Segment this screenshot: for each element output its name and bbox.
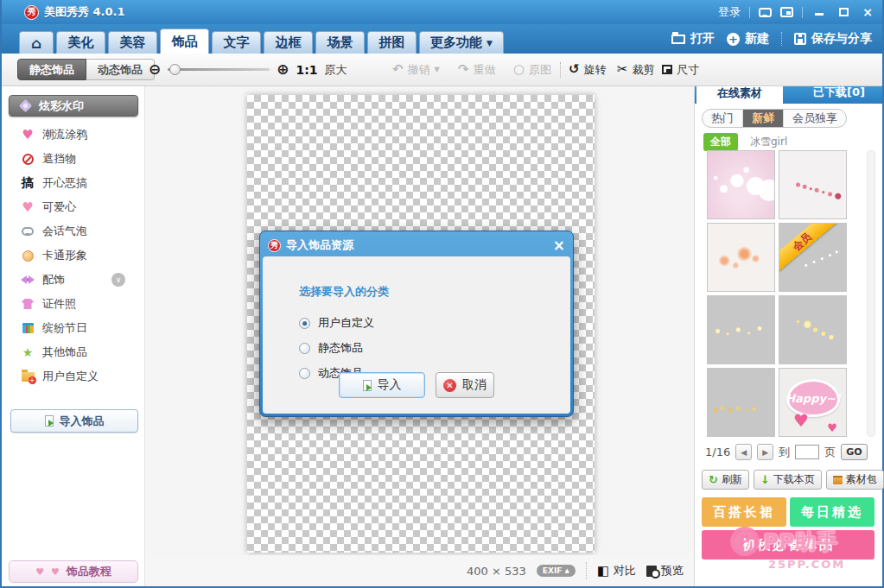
sidebar-item-funny-prank[interactable]: 搞 开心恶搞 xyxy=(2,171,144,195)
undo-button[interactable]: ↶ 撤销 ▼ xyxy=(392,59,440,80)
material-thumbnail-pink-dots[interactable] xyxy=(779,150,847,219)
save-share-label: 保存与分享 xyxy=(811,31,872,47)
zoom-ratio[interactable]: 1:1 xyxy=(296,63,318,77)
feedback-icon[interactable] xyxy=(759,8,772,17)
zoom-ratio-label[interactable]: 原大 xyxy=(325,62,347,78)
gao-character-icon: 搞 xyxy=(21,175,35,191)
tab-border[interactable]: 边框 xyxy=(264,31,313,54)
heart-icon: ♥ xyxy=(793,410,809,431)
sidebar-item-user-custom[interactable]: 用户自定义 xyxy=(2,364,144,389)
radio-icon[interactable] xyxy=(299,343,310,354)
tab-more-features[interactable]: 更多功能 ▼ xyxy=(419,31,504,54)
refresh-label: 刷新 xyxy=(722,472,742,487)
panel-scrollbar[interactable] xyxy=(867,150,875,437)
close-button[interactable]: × xyxy=(860,4,875,20)
exif-badge[interactable]: EXIF ▲ xyxy=(537,565,576,577)
download-arrow-icon: ↓ xyxy=(760,473,770,486)
resize-button[interactable]: 尺寸 xyxy=(662,59,699,80)
login-link[interactable]: 登录 xyxy=(718,4,741,20)
zoom-in-icon[interactable]: ⊕ xyxy=(277,62,289,77)
static-accessories-tab[interactable]: 静态饰品 xyxy=(17,59,86,80)
radio-static-accessories[interactable]: 静态饰品 xyxy=(299,340,363,356)
material-thumbnail-happy-bubble[interactable]: Happy~! ♥ ♥ xyxy=(779,368,847,437)
expand-chevron-icon[interactable]: ∨ xyxy=(111,273,125,287)
redo-button[interactable]: ↷ 重做 xyxy=(458,59,496,80)
material-thumbnail-gold-script[interactable] xyxy=(707,368,775,437)
dialog-cancel-button[interactable]: ✕ 取消 xyxy=(436,372,494,398)
tab-scene[interactable]: 场景 xyxy=(315,31,365,54)
sidebar-item-cute-hearts[interactable]: ♥ 可爱心 xyxy=(2,195,144,219)
original-image-button[interactable]: ○ 原图 xyxy=(513,59,551,80)
crop-button[interactable]: ✂ 裁剪 xyxy=(617,59,655,80)
banner-daily-picks[interactable]: 每日精选 xyxy=(790,497,874,527)
sidebar-item-blocker[interactable]: 遮挡物 xyxy=(2,147,144,171)
minimize-button[interactable] xyxy=(811,4,827,20)
subtab-hot[interactable]: 热门 xyxy=(703,110,743,127)
material-thumbnail-sparkle-trail[interactable] xyxy=(779,295,847,364)
tray-icon[interactable] xyxy=(780,7,793,17)
banner-versatile-dress[interactable]: 百搭长裙 xyxy=(702,497,786,527)
filter-collection-name[interactable]: 冰雪girl xyxy=(750,135,787,149)
more-features-label: 更多功能 xyxy=(430,35,482,51)
tab-accessories[interactable]: 饰品 xyxy=(160,28,209,54)
cancel-x-icon: ✕ xyxy=(443,379,456,392)
next-page-button[interactable]: ▶ xyxy=(757,444,773,460)
filter-all-badge[interactable]: 全部 xyxy=(703,133,738,151)
tab-collage[interactable]: 拼图 xyxy=(367,31,417,54)
subtab-new[interactable]: 新鲜 xyxy=(743,110,784,127)
compare-icon: ◧ xyxy=(597,565,609,578)
zoom-slider-handle[interactable] xyxy=(169,64,181,75)
zoom-slider[interactable] xyxy=(168,68,270,71)
sidebar-item-trendy-graffiti[interactable]: ♥ 潮流涂鸦 xyxy=(2,123,144,147)
page-number-input[interactable] xyxy=(795,445,819,459)
material-thumbnail-gold-dots[interactable] xyxy=(707,295,775,364)
import-page-icon xyxy=(363,380,372,391)
radio-user-custom[interactable]: 用户自定义 xyxy=(299,315,374,331)
dialog-title-bar[interactable]: 秀 导入饰品资源 × xyxy=(263,234,570,256)
dialog-close-button[interactable]: × xyxy=(553,238,565,253)
material-thumbnail-orange-glow[interactable] xyxy=(707,223,775,292)
paw-hearts-icon: ♥ ♥ xyxy=(35,566,61,578)
accessory-tutorial-button[interactable]: ♥ ♥ 饰品教程 xyxy=(9,560,138,583)
refresh-button[interactable]: ↻ 刷新 xyxy=(702,470,749,490)
sidebar-item-speech-bubbles[interactable]: 会话气泡 xyxy=(2,219,144,243)
sidebar-item-cartoon-characters[interactable]: 卡通形象 xyxy=(2,243,144,268)
material-pack-button[interactable]: 素材包 xyxy=(826,470,884,490)
sidebar-item-id-photo[interactable]: 证件照 xyxy=(2,292,144,316)
material-thumbnail-pink-bokeh[interactable] xyxy=(707,150,775,219)
go-button[interactable]: GO xyxy=(841,444,867,460)
crop-icon: ✂ xyxy=(617,63,628,76)
sidebar-item-festivals[interactable]: 缤纷节日 xyxy=(2,316,144,340)
dynamic-accessories-tab[interactable]: 动态饰品 xyxy=(86,59,155,80)
sidebar-item-label: 卡通形象 xyxy=(42,248,87,263)
save-share-button[interactable]: 保存与分享 xyxy=(794,31,872,47)
download-page-button[interactable]: ↓ 下载本页 xyxy=(754,470,822,490)
sidebar-item-colorful-watermark[interactable]: 炫彩水印 xyxy=(9,95,138,117)
tab-text[interactable]: 文字 xyxy=(212,31,261,54)
open-button[interactable]: 打开 xyxy=(671,31,715,47)
tab-home[interactable]: ⌂ xyxy=(19,31,54,54)
maximize-button[interactable] xyxy=(836,4,851,20)
material-thumbnail-vip-sparkle[interactable]: 会员 xyxy=(779,223,847,292)
undo-dropdown-icon[interactable]: ▼ xyxy=(435,66,440,73)
dialog-import-button[interactable]: 导入 xyxy=(339,372,425,398)
zoom-out-icon[interactable]: ⊖ xyxy=(149,62,161,77)
subtab-vip-exclusive[interactable]: 会员独享 xyxy=(784,110,846,127)
banner-autumn-essentials[interactable]: 初秋必备单品 xyxy=(702,530,874,560)
download-page-label: 下载本页 xyxy=(773,472,815,487)
radio-selected-icon[interactable] xyxy=(299,318,310,329)
preview-label: 预览 xyxy=(661,563,684,579)
new-button[interactable]: + 新建 xyxy=(727,31,769,47)
undo-icon: ↶ xyxy=(392,63,404,76)
rotate-button[interactable]: ↺ 旋转 xyxy=(569,59,607,80)
compare-button[interactable]: ◧ 对比 xyxy=(597,563,636,579)
import-accessory-button[interactable]: 导入饰品 xyxy=(10,409,138,433)
tab-beautify[interactable]: 美化 xyxy=(56,31,105,54)
gift-icon xyxy=(21,323,35,333)
prev-page-button[interactable]: ◀ xyxy=(735,444,752,460)
sidebar-item-other-accessories[interactable]: ★ 其他饰品 xyxy=(2,340,144,364)
sidebar-item-accessories[interactable]: 配饰 ∨ xyxy=(2,268,144,292)
tab-beauty[interactable]: 美容 xyxy=(108,31,157,54)
preview-button[interactable]: 预览 xyxy=(646,563,684,579)
dialog-body: 选择要导入的分类 用户自定义 静态饰品 动态饰品 导入 ✕ 取消 xyxy=(263,256,570,414)
